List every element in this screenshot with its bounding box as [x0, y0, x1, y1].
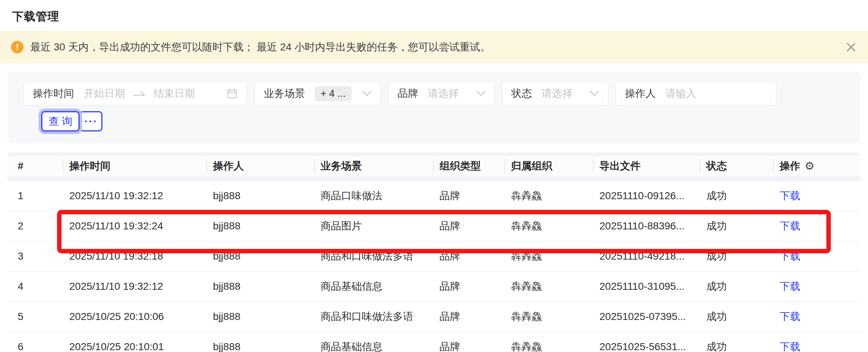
filter-status[interactable]: 状态 请选择: [502, 82, 608, 105]
cell-org-type: 品牌: [434, 279, 505, 293]
cell-status: 成功: [700, 340, 774, 352]
cell-index: 1: [7, 190, 63, 202]
operator-label: 操作人: [625, 87, 656, 101]
table-header: # 操作时间 操作人 业务场景 组织类型 归属组织 导出文件 状态 操作 ⚙: [7, 152, 861, 181]
cell-business-scene: 商品基础信息: [315, 340, 434, 352]
cell-operator: bjj888: [207, 311, 315, 323]
date-range-arrow-icon: [133, 89, 146, 98]
col-business-scene: 业务场景: [315, 156, 434, 176]
col-org-type: 组织类型: [434, 156, 505, 176]
cell-owning-org: 犇羴鱻: [505, 279, 594, 293]
download-link[interactable]: 下载: [780, 311, 800, 322]
cell-index: 6: [7, 341, 63, 352]
cell-status: 成功: [700, 310, 774, 324]
page-title: 下载管理: [12, 9, 59, 24]
cell-operator: bjj888: [207, 220, 315, 232]
scene-selected-tag: + 4 ...: [315, 86, 351, 101]
filter-operation-time[interactable]: 操作时间 开始日期 结束日期: [24, 82, 247, 105]
download-link[interactable]: 下载: [780, 220, 800, 232]
cell-org-type: 品牌: [434, 189, 505, 203]
brand-select[interactable]: 请选择: [428, 87, 459, 101]
cell-business-scene: 商品基础信息: [315, 279, 434, 293]
cell-business-scene: 商品和口味做法多语: [315, 310, 434, 324]
col-owning-org: 归属组织: [505, 156, 594, 176]
cell-operation-time: 2025/10/25 20:10:06: [63, 311, 207, 323]
download-link[interactable]: 下载: [780, 250, 800, 262]
warning-icon: !: [11, 41, 24, 53]
cell-owning-org: 犇羴鱻: [505, 219, 594, 233]
download-link[interactable]: 下载: [780, 281, 800, 292]
chevron-down-icon: [362, 91, 372, 96]
query-button[interactable]: 查 询: [41, 111, 80, 131]
cell-index: 3: [7, 250, 63, 262]
cell-org-type: 品牌: [434, 310, 505, 324]
cell-business-scene: 商品口味做法: [315, 189, 434, 203]
cell-operation-time: 2025/11/10 19:32:18: [63, 250, 207, 262]
table-row: 2 2025/11/10 19:32:24 bjj888 商品图片 品牌 犇羴鱻…: [7, 211, 861, 242]
brand-label: 品牌: [398, 87, 418, 101]
cell-owning-org: 犇羴鱻: [505, 310, 594, 324]
close-icon: [846, 42, 856, 52]
filter-card: 操作时间 开始日期 结束日期 业务场景 + 4 ...: [7, 71, 861, 144]
cell-operator: bjj888: [207, 190, 315, 202]
table-row: 5 2025/10/25 20:10:06 bjj888 商品和口味做法多语 品…: [7, 302, 861, 332]
cell-operation-time: 2025/11/10 19:32:12: [63, 281, 207, 292]
cell-org-type: 品牌: [434, 340, 505, 352]
cell-status: 成功: [700, 219, 774, 233]
table-body: 1 2025/11/10 19:32:12 bjj888 商品口味做法 品牌 犇…: [7, 181, 861, 352]
table-row: 4 2025/11/10 19:32:12 bjj888 商品基础信息 品牌 犇…: [7, 272, 861, 302]
cell-export-file: 20251110-31095...: [594, 281, 700, 292]
operation-time-label: 操作时间: [33, 87, 74, 101]
col-index: #: [7, 156, 63, 176]
cell-org-type: 品牌: [434, 219, 505, 233]
cell-status: 成功: [700, 249, 774, 263]
cell-index: 4: [7, 281, 63, 292]
cell-operator: bjj888: [207, 341, 315, 352]
col-actions: 操作 ⚙: [774, 156, 861, 176]
filter-operator[interactable]: 操作人 请输入: [616, 82, 776, 105]
col-operation-time: 操作时间: [63, 156, 207, 176]
cell-index: 5: [7, 311, 63, 323]
download-table: # 操作时间 操作人 业务场景 组织类型 归属组织 导出文件 状态 操作 ⚙ 1…: [7, 152, 861, 352]
more-actions-button[interactable]: ···: [80, 111, 102, 131]
cell-export-file: 20251025-56531...: [594, 341, 700, 352]
chevron-down-icon: [589, 91, 599, 96]
chevron-down-icon: [476, 91, 486, 96]
banner-text: 最近 30 天内，导出成功的文件您可以随时下载； 最近 24 小时内导出失败的任…: [30, 40, 490, 54]
cell-export-file: 20251110-49218...: [594, 250, 700, 262]
cell-owning-org: 犇羴鱻: [505, 249, 594, 263]
cell-status: 成功: [700, 279, 774, 293]
cell-operator: bjj888: [207, 250, 315, 262]
cell-index: 2: [7, 220, 63, 232]
download-link[interactable]: 下载: [780, 190, 800, 201]
cell-owning-org: 犇羴鱻: [505, 189, 594, 203]
cell-status: 成功: [700, 189, 774, 203]
business-scene-label: 业务场景: [264, 87, 305, 101]
col-operator: 操作人: [207, 156, 315, 176]
calendar-icon: [226, 88, 238, 99]
cell-business-scene: 商品图片: [315, 219, 434, 233]
download-link[interactable]: 下载: [780, 341, 800, 352]
cell-owning-org: 犇羴鱻: [505, 340, 594, 352]
operator-input[interactable]: 请输入: [665, 87, 696, 101]
col-status: 状态: [700, 156, 774, 176]
table-row: 6 2025/10/25 20:10:01 bjj888 商品基础信息 品牌 犇…: [7, 332, 861, 352]
cell-export-file: 20251110-09126...: [594, 190, 700, 202]
filter-row: 操作时间 开始日期 结束日期 业务场景 + 4 ...: [24, 82, 776, 105]
col-export-file: 导出文件: [594, 156, 700, 176]
status-select[interactable]: 请选择: [542, 87, 573, 101]
warning-banner: ! 最近 30 天内，导出成功的文件您可以随时下载； 最近 24 小时内导出失败…: [0, 31, 868, 63]
cell-export-file: 20251110-88396...: [594, 220, 700, 232]
cell-operation-time: 2025/11/10 19:32:12: [63, 190, 207, 202]
cell-operator: bjj888: [207, 281, 315, 292]
table-row: 1 2025/11/10 19:32:12 bjj888 商品口味做法 品牌 犇…: [7, 181, 861, 211]
start-date-input[interactable]: 开始日期: [84, 87, 125, 101]
cell-export-file: 20251025-07395...: [594, 311, 700, 323]
end-date-input[interactable]: 结束日期: [154, 87, 195, 101]
gear-icon[interactable]: ⚙: [805, 161, 815, 172]
filter-brand[interactable]: 品牌 请选择: [388, 82, 495, 105]
banner-close-button[interactable]: [843, 39, 859, 55]
status-label: 状态: [511, 87, 532, 101]
cell-operation-time: 2025/11/10 19:32:24: [63, 220, 207, 232]
filter-business-scene[interactable]: 业务场景 + 4 ...: [255, 82, 381, 105]
